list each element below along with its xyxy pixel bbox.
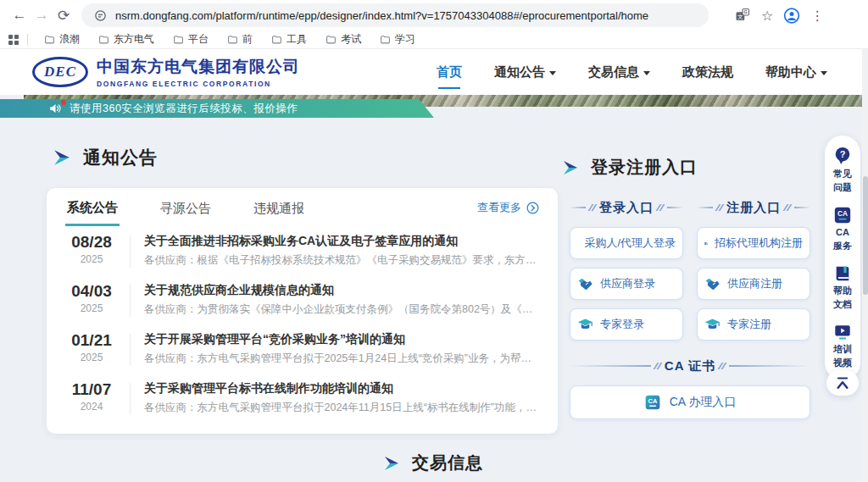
announcement-row[interactable]: 08/28 2025 关于全面推进非招标采购业务CA认证及电子签章应用的通知 各… xyxy=(65,227,539,276)
login-entry-header: 登录入口 xyxy=(570,198,683,217)
announcement-title[interactable]: 关于全面推进非招标采购业务CA认证及电子签章应用的通知 xyxy=(144,233,539,248)
bookmark-label: 浪潮 xyxy=(59,32,80,47)
section-arrow-icon xyxy=(562,159,579,176)
company-logo[interactable]: DEC 中国东方电气集团有限公司 DONGFANG ELECTRIC CORPO… xyxy=(32,56,300,88)
handshake-icon xyxy=(577,276,593,292)
site-header: DEC 中国东方电气集团有限公司 DONGFANG ELECTRIC CORPO… xyxy=(0,49,868,95)
graduation-cap-icon xyxy=(577,317,593,333)
bookmark-star-icon[interactable]: ☆ xyxy=(761,8,773,24)
scrollbar-thumb[interactable] xyxy=(863,176,868,295)
login-register-section-title: 登录注册入口 xyxy=(562,156,698,179)
folder-icon xyxy=(380,34,391,45)
browser-notice-banner: 请使用360安全浏览器进行后续投标、报价操作 xyxy=(0,99,434,118)
main-nav: 首页 通知公告 交易信息 政策法规 帮助中心 xyxy=(437,49,827,95)
folder-icon xyxy=(173,34,184,45)
divider xyxy=(130,383,131,415)
back-to-top-button[interactable] xyxy=(826,370,859,396)
supplier-register-button[interactable]: 供应商注册 xyxy=(697,268,810,300)
svg-text:CA: CA xyxy=(648,397,657,405)
announcement-desc: 各供应商：东方电气采购管理平台拟于2024年11月15日上线“标书在线制作”功能… xyxy=(144,401,539,415)
profile-avatar-icon[interactable] xyxy=(783,7,800,24)
browser-toolbar: ← → ⟳ nsrm.dongfang.com/platform/runtime… xyxy=(0,0,868,30)
announcements-card: 系统公告 寻源公告 违规通报 查看更多 08/28 2025 关于全面推进非招标… xyxy=(47,188,558,434)
bookmark-label: 前 xyxy=(242,32,253,47)
bookmarks-divider xyxy=(27,34,28,46)
announcement-row[interactable]: 11/07 2024 关于采购管理平台标书在线制作功能培训的通知 各供应商：东方… xyxy=(65,374,539,424)
nav-item-trade-info[interactable]: 交易信息 xyxy=(588,59,650,86)
chevron-right-circle-icon xyxy=(526,202,539,214)
ca-processing-entry-button[interactable]: CA CA 办理入口 xyxy=(570,385,810,419)
sidebar-item-training-videos[interactable]: 培训 视频 xyxy=(833,323,852,368)
expert-register-button[interactable]: 专家注册 xyxy=(697,308,810,341)
question-bubble-icon: ? xyxy=(833,146,852,166)
url-bar[interactable]: nsrm.dongfang.com/platform/runtime/epp/d… xyxy=(81,3,709,27)
section-title-text: 登录注册入口 xyxy=(591,156,698,179)
bookmark-folder[interactable]: 东方电气 xyxy=(98,32,154,47)
dec-logo-icon: DEC xyxy=(32,57,88,87)
bookmark-label: 学习 xyxy=(395,32,415,47)
menu-kebab-icon[interactable]: ⋮ xyxy=(810,8,824,24)
divider xyxy=(130,285,131,317)
folder-icon xyxy=(227,34,238,45)
bookmark-folder[interactable]: 平台 xyxy=(173,32,209,47)
forward-icon[interactable]: → xyxy=(31,4,53,26)
bidding-agency-register-button[interactable]: 招标代理机构注册 xyxy=(697,227,810,259)
folder-icon xyxy=(44,34,55,45)
ca-badge-icon: CA xyxy=(833,206,852,224)
sidebar-item-help-docs[interactable]: 帮助 文档 xyxy=(833,264,852,310)
bookmark-folder[interactable]: 浪潮 xyxy=(44,32,80,47)
expert-login-button[interactable]: 专家登录 xyxy=(570,308,683,341)
announcement-row[interactable]: 01/21 2025 关于开展采购管理平台“竞价采购业务”培训的通知 各供应商：… xyxy=(65,325,539,374)
announcement-row[interactable]: 04/03 2025 关于规范供应商企业规模信息的通知 各供应商：为贯彻落实《保… xyxy=(65,276,539,325)
buyer-agent-login-button[interactable]: 采购人/代理人登录 xyxy=(570,227,683,259)
divider xyxy=(130,235,131,268)
announcement-title[interactable]: 关于规范供应商企业规模信息的通知 xyxy=(144,282,539,297)
nav-item-notices[interactable]: 通知公告 xyxy=(494,59,556,86)
announcement-title[interactable]: 关于开展采购管理平台“竞价采购业务”培训的通知 xyxy=(144,331,539,346)
tab-sourcing-announcements[interactable]: 寻源公告 xyxy=(159,191,213,224)
folder-icon xyxy=(271,34,282,45)
organization-icon xyxy=(704,235,708,252)
notification-dot xyxy=(61,100,66,105)
announcements-section-title: 通知公告 xyxy=(53,146,158,169)
divider xyxy=(130,334,131,366)
announcement-date: 08/28 2025 xyxy=(65,233,118,265)
reload-icon[interactable]: ⟳ xyxy=(53,4,75,26)
bookmark-folder[interactable]: 前 xyxy=(227,32,253,47)
sidebar-item-faq[interactable]: ? 常见 问题 xyxy=(833,146,852,193)
announcement-date: 11/07 2024 xyxy=(65,380,118,413)
svg-text:CA: CA xyxy=(837,210,848,218)
speaker-icon xyxy=(49,102,63,114)
section-arrow-icon xyxy=(53,148,71,167)
bookmark-folder[interactable]: 考试 xyxy=(326,32,361,47)
login-register-panel: 登录入口 采购人/代理人登录 供应商登录 专家登录 xyxy=(570,198,810,419)
nav-item-help-center[interactable]: 帮助中心 xyxy=(765,59,827,86)
chevron-down-icon xyxy=(643,71,650,75)
back-icon[interactable]: ← xyxy=(8,4,31,26)
ca-certificate-header: CA 证书 xyxy=(570,357,810,375)
announcement-title[interactable]: 关于采购管理平台标书在线制作功能培训的通知 xyxy=(144,380,539,396)
supplier-login-button[interactable]: 供应商登录 xyxy=(570,268,683,300)
folder-icon xyxy=(326,34,337,45)
tab-violation-reports[interactable]: 违规通报 xyxy=(252,191,306,224)
translate-icon[interactable]: 文G xyxy=(734,7,751,24)
nav-item-policies[interactable]: 政策法规 xyxy=(682,59,733,86)
bookmark-label: 工具 xyxy=(287,32,307,47)
nav-item-home[interactable]: 首页 xyxy=(437,59,462,86)
url-text[interactable]: nsrm.dongfang.com/platform/runtime/epp/d… xyxy=(115,9,648,22)
apps-grid-icon[interactable] xyxy=(8,35,19,45)
sidebar-item-ca-service[interactable]: CA CA 服务 xyxy=(833,206,852,252)
bookmark-folder[interactable]: 工具 xyxy=(271,32,307,47)
tab-system-announcements[interactable]: 系统公告 xyxy=(65,190,120,226)
svg-text:G: G xyxy=(744,9,748,14)
announcement-date: 04/03 2025 xyxy=(65,282,118,314)
site-info-icon[interactable] xyxy=(92,7,108,24)
chevron-down-icon xyxy=(821,71,827,75)
bookmark-label: 东方电气 xyxy=(114,32,154,47)
view-more-link[interactable]: 查看更多 xyxy=(477,200,539,215)
view-more-text: 查看更多 xyxy=(477,200,521,215)
bookmark-folder[interactable]: 学习 xyxy=(380,32,415,47)
section-title-text: 交易信息 xyxy=(412,452,483,474)
bookmark-label: 平台 xyxy=(188,32,209,47)
svg-text:?: ? xyxy=(840,149,846,159)
